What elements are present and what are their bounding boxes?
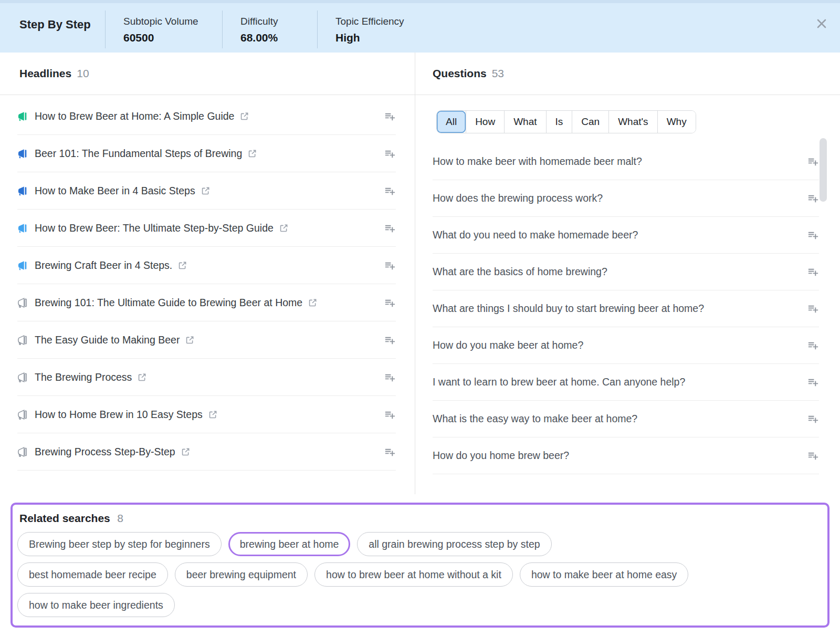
add-to-list-icon[interactable] [384,297,396,309]
headline-link[interactable]: The Brewing Process [35,371,147,383]
filter-tab-why[interactable]: Why [657,111,696,133]
add-to-list-icon[interactable] [807,155,819,168]
related-search-pill[interactable]: how to brew beer at home without a kit [314,562,513,587]
headline-text: Brewing Craft Beer in 4 Steps. [35,259,172,272]
megaphone-icon [17,260,28,271]
question-row: How do you home brew beer? [433,437,819,474]
question-text: What is the easy way to make beer at hom… [433,413,637,425]
add-to-list-icon[interactable] [807,229,819,241]
stat-value: 60500 [123,32,222,44]
external-link-icon [185,335,195,345]
headline-row: How to Brew Beer: The Ultimate Step-by-S… [17,210,396,247]
filter-tab-all[interactable]: All [437,111,466,133]
question-text: How do you home brew beer? [433,450,569,462]
question-filter-tabs: All How What Is Can What's Why [436,110,696,133]
stat-subtopic-volume: Subtopic Volume 60500 [106,3,222,53]
filter-tab-how[interactable]: How [466,111,504,133]
add-to-list-icon[interactable] [384,222,396,234]
add-to-list-icon[interactable] [384,259,396,272]
add-to-list-icon[interactable] [384,371,396,383]
topic-header: Step By Step Subtopic Volume 60500 Diffi… [0,3,840,53]
headline-row: The Brewing Process [17,359,396,396]
headline-link[interactable]: How to Brew Beer: The Ultimate Step-by-S… [35,222,289,234]
related-search-pill-highlighted[interactable]: brewing beer at home [228,532,351,556]
headlines-title: Headlines [19,67,71,80]
headline-link[interactable]: Beer 101: The Fundamental Steps of Brewi… [35,148,257,160]
question-text: What are things I should buy to start br… [433,303,704,315]
headline-row: How to Make Beer in 4 Basic Steps [17,172,396,210]
headline-row: The Easy Guide to Making Beer [17,321,396,359]
question-text: How to make beer with homemade beer malt… [433,155,642,168]
add-to-list-icon[interactable] [384,185,396,197]
related-search-pill[interactable]: best homemade beer recipe [17,562,168,587]
question-row: How do you make beer at home? [433,327,819,364]
external-link-icon [177,260,187,270]
headline-link[interactable]: How to Make Beer in 4 Basic Steps [35,185,211,197]
headline-link[interactable]: Brewing Process Step-By-Step [35,446,191,458]
external-link-icon [279,223,289,233]
stat-difficulty: Difficulty 68.00% [223,3,317,53]
megaphone-icon [17,372,28,383]
external-link-icon [201,186,211,196]
headlines-list: How to Brew Beer at Home: A Simple Guide… [17,98,396,471]
add-to-list-icon[interactable] [807,303,819,315]
filter-tab-can[interactable]: Can [572,111,608,133]
stat-label: Difficulty [240,16,317,27]
add-to-list-icon[interactable] [384,446,396,458]
headline-text: How to Brew Beer at Home: A Simple Guide [35,110,234,122]
filter-tab-whats[interactable]: What's [608,111,657,133]
question-text: How does the brewing process work? [433,192,603,204]
questions-panel: Questions 53 All How What Is Can What's … [415,53,840,494]
question-row: What are the basics of home brewing? [433,254,819,290]
filter-tab-what[interactable]: What [504,111,545,133]
headline-row: How to Home Brew in 10 Easy Steps [17,396,396,433]
add-to-list-icon[interactable] [807,376,819,388]
stat-topic-efficiency: Topic Efficiency High [318,3,404,53]
external-link-icon [137,372,147,382]
headline-row: How to Brew Beer at Home: A Simple Guide [17,98,396,135]
question-row: What is the easy way to make beer at hom… [433,401,819,437]
megaphone-icon [17,185,28,196]
related-searches-panel: Related searches 8 Brewing beer step by … [10,503,830,628]
headline-text: How to Home Brew in 10 Easy Steps [35,409,203,421]
headline-text: Brewing 101: The Ultimate Guide to Brewi… [35,297,302,309]
headline-link[interactable]: How to Brew Beer at Home: A Simple Guide [35,110,249,122]
stat-value: High [335,32,404,44]
topic-content: Headlines 10 How to Brew Beer at Home: A… [0,53,840,494]
add-to-list-icon[interactable] [807,413,819,425]
headline-link[interactable]: The Easy Guide to Making Beer [35,334,195,346]
questions-header: Questions 53 [415,53,840,95]
related-search-pill[interactable]: beer brewing equipment [175,562,308,587]
related-search-pill[interactable]: Brewing beer step by step for beginners [17,532,222,556]
add-to-list-icon[interactable] [807,266,819,278]
external-link-icon [308,298,318,308]
filter-tab-is[interactable]: Is [546,111,572,133]
add-to-list-icon[interactable] [384,148,396,160]
question-text: I want to learn to brew beer at home. Ca… [433,376,685,388]
question-row: How does the brewing process work? [433,180,819,217]
external-link-icon [208,410,218,420]
add-to-list-icon[interactable] [384,334,396,346]
questions-list: How to make beer with homemade beer malt… [433,143,819,474]
headlines-count: 10 [77,67,89,80]
related-search-pill[interactable]: how to make beer at home easy [520,562,689,587]
add-to-list-icon[interactable] [807,450,819,462]
headline-link[interactable]: Brewing Craft Beer in 4 Steps. [35,259,187,272]
add-to-list-icon[interactable] [807,339,819,351]
headline-link[interactable]: How to Home Brew in 10 Easy Steps [35,409,218,421]
stat-label: Subtopic Volume [123,16,222,27]
scrollbar-thumb[interactable] [820,138,827,202]
add-to-list-icon[interactable] [807,192,819,204]
headline-link[interactable]: Brewing 101: The Ultimate Guide to Brewi… [35,297,318,309]
add-to-list-icon[interactable] [384,110,396,122]
stat-label: Topic Efficiency [335,16,404,27]
related-search-pill[interactable]: all grain brewing process step by step [357,532,551,556]
megaphone-icon [17,148,28,159]
related-search-pill[interactable]: how to make beer ingredients [17,593,175,617]
question-row: What are things I should buy to start br… [433,290,819,327]
related-searches-row: how to make beer ingredients [17,593,821,617]
headline-text: The Brewing Process [35,371,132,383]
headline-text: The Easy Guide to Making Beer [35,334,180,346]
add-to-list-icon[interactable] [384,409,396,421]
close-button[interactable] [814,16,830,32]
